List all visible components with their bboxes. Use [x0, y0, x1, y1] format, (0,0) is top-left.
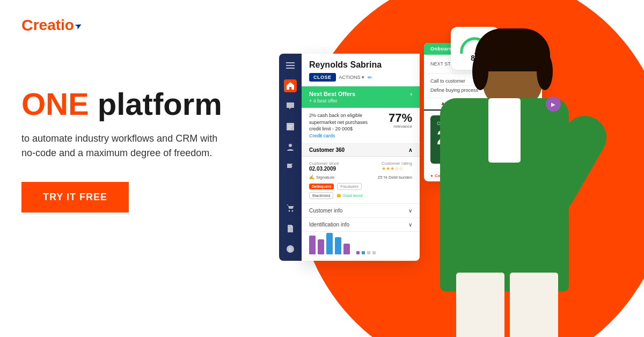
customer-since-value: 02.03.2009 — [309, 166, 339, 172]
gauge-value: 88 — [471, 54, 479, 62]
rating-label: Customer rating — [382, 161, 412, 166]
customer-360-body: Customer since 02.03.2009 Customer ratin… — [302, 157, 420, 204]
headline: ONE platform — [21, 88, 263, 121]
chart-bar-1 — [309, 236, 316, 254]
sidebar-finance-icon[interactable]: $ — [284, 243, 297, 255]
crm-sidebar: $ — [279, 54, 302, 261]
headline-rest: platform — [89, 86, 222, 121]
logo-arrow-icon: ➤ — [72, 19, 84, 32]
svg-point-9 — [292, 210, 294, 212]
sidebar-menu-icon[interactable] — [284, 59, 297, 72]
customer-info-expand-icon: ∨ — [408, 208, 412, 214]
tab-employment[interactable]: CURRENT EMPLOYMENT — [483, 98, 542, 111]
sidebar-home-icon[interactable] — [284, 79, 297, 92]
left-panel: C reatio ➤ ONE platform to automate indu… — [0, 0, 284, 337]
chart-legend — [356, 251, 376, 254]
contact-name: Reynolds Sabrina — [309, 60, 412, 70]
badge-goodmood: 😊 Good mood — [336, 194, 362, 198]
identification-info-expand-icon: ∨ — [408, 222, 412, 228]
subtext-line2: no-code and a maximum degree of freedom. — [21, 148, 212, 158]
sidebar-filter-icon[interactable] — [284, 181, 297, 194]
sidebar-chat-icon[interactable] — [284, 100, 297, 113]
nbo-title-text: Next Best Offers — [309, 91, 355, 97]
svg-text:$: $ — [289, 247, 291, 252]
logo-area: C reatio ➤ — [21, 16, 263, 34]
video-play-icon[interactable]: ▶ — [546, 97, 561, 112]
hero-subtext: to automate industry workflows and CRM w… — [21, 131, 252, 160]
chart-area — [302, 232, 420, 259]
sidebar-cart-icon[interactable] — [284, 202, 297, 215]
rating-stars: ★★★☆☆ — [382, 166, 412, 171]
svg-text:1 Year: 1 Year — [525, 141, 531, 144]
sidebar-docs-icon[interactable] — [284, 222, 297, 235]
crm-header: Reynolds Sabrina CLOSE ACTIONS ▾ ✏ — [302, 54, 420, 86]
creatio-logo: C reatio ➤ — [21, 16, 82, 34]
comm-options-label: Communication Options — [435, 173, 485, 178]
signature-icon: ✍ — [309, 175, 314, 180]
communication-options-row: ● Communication Options Mobile phone +10… — [424, 168, 542, 181]
svg-rect-2 — [286, 68, 295, 69]
comm-dot-icon: ● — [430, 173, 433, 178]
c360-status-tags: Delinquent Fraudulent — [309, 183, 412, 190]
crm-main-panel: Reynolds Sabrina CLOSE ACTIONS ▾ ✏ Next … — [302, 54, 420, 261]
chart-bar-4 — [335, 237, 341, 254]
chart-bar-3 — [326, 233, 333, 254]
svg-rect-0 — [286, 62, 295, 63]
sidebar-flag-icon[interactable] — [284, 161, 297, 174]
logo-letter-c: C — [21, 16, 33, 34]
subtext-line1: to automate industry workflows and CRM w… — [21, 133, 217, 144]
svg-point-7 — [289, 144, 292, 147]
chart-bar-5 — [343, 244, 350, 254]
tab-analytics[interactable]: ANALYTICS — [424, 98, 483, 111]
identification-info-row[interactable]: Identification info ∨ — [302, 218, 420, 232]
customer-since-label: Customer since — [309, 161, 339, 166]
signature-tag: ✍ Signature — [309, 175, 334, 180]
tasks-list: Call to customer Define buying process — [424, 74, 542, 98]
mini-chart-svg: 1 Year — [483, 123, 531, 145]
sidebar-contacts-icon[interactable] — [284, 141, 297, 153]
task-call: Call to customer — [430, 77, 536, 86]
identification-info-label: Identification info — [309, 222, 349, 228]
nbo-percentage: 77% — [389, 112, 412, 124]
nbo-arrow-icon: › — [410, 91, 412, 97]
headline-one: ONE — [21, 86, 89, 121]
nbo-relevance: 77% relevance — [389, 112, 412, 129]
c360-collapse-icon[interactable]: ∧ — [408, 147, 412, 153]
edit-icon[interactable]: ✏ — [368, 75, 372, 80]
svg-rect-5 — [288, 127, 292, 128]
gauge-widget: 88 — [451, 27, 499, 70]
smiley-icon: 😊 — [336, 194, 341, 198]
nbo-offer-link[interactable]: Credit cards — [309, 133, 335, 138]
actions-button[interactable]: ACTIONS ▾ — [339, 75, 364, 80]
crm-ui-mockup: $ Reynolds Sabrina CLOSE ACTIONS ▾ ✏ Nex… — [279, 54, 420, 261]
badge-blacklisted: Blacklisted — [309, 192, 333, 199]
nbo-subtitle: + 4 best offer — [309, 98, 412, 104]
customer-info-label: Customer info — [309, 208, 342, 214]
svg-point-8 — [289, 210, 290, 212]
badge-fraudulent: Fraudulent — [337, 183, 361, 190]
gauge-svg — [459, 35, 491, 56]
nbo-relevance-label: relevance — [389, 124, 412, 129]
try-it-free-button[interactable]: TRY IT FREE — [21, 182, 129, 213]
nbo-section-header: Next Best Offers › + 4 best offer — [302, 86, 420, 108]
svg-rect-1 — [286, 65, 295, 66]
chart-bar-2 — [318, 239, 324, 254]
customer-360-header: Customer 360 ∧ — [302, 144, 420, 157]
tab-bar: ANALYTICS CURRENT EMPLOYMENT — [424, 98, 542, 111]
mobile-phone-value: Mobile phone +10... — [497, 173, 536, 178]
svg-rect-4 — [288, 125, 293, 126]
task-define: Define buying process — [430, 86, 536, 94]
close-button[interactable]: CLOSE — [309, 73, 336, 82]
badge-delinquent: Delinquent — [309, 184, 334, 189]
svg-rect-6 — [288, 128, 291, 129]
c360-mood-tags: Blacklisted 😊 Good mood — [309, 192, 412, 199]
debt-tag: 25 % Debt burden — [378, 175, 413, 180]
opt-in-box: Opt-in 1 Year 234 — [430, 115, 536, 164]
nbo-offer-text: 2% cash back on eligible supermarket net… — [309, 112, 379, 139]
analytics-panel: Opt-in 1 Year 234 — [424, 111, 542, 168]
nbo-content: 2% cash back on eligible supermarket net… — [302, 108, 420, 144]
crm-action-bar: CLOSE ACTIONS ▾ ✏ — [309, 73, 412, 82]
sidebar-reports-icon[interactable] — [284, 120, 297, 133]
customer-info-row[interactable]: Customer info ∨ — [302, 204, 420, 218]
svg-line-12 — [475, 43, 485, 54]
